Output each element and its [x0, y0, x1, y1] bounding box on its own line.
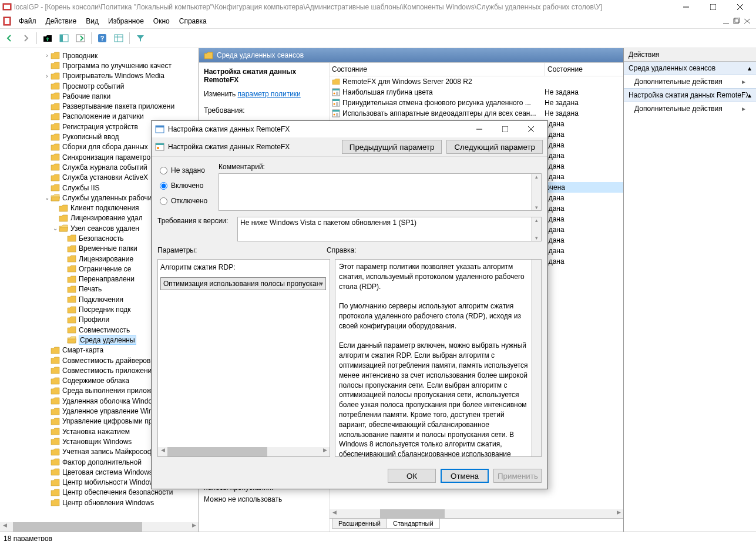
menu-fav[interactable]: Избранное [103, 16, 149, 26]
svg-rect-34 [332, 110, 340, 112]
show-hide-tree-button[interactable] [57, 31, 71, 45]
menu-window[interactable]: Окно [149, 16, 174, 26]
help-header: Справка: [327, 246, 356, 257]
svg-rect-10 [735, 18, 740, 22]
back-button[interactable] [2, 31, 16, 45]
requirements-field: Не ниже Windows Vista с пакетом обновлен… [237, 217, 542, 241]
apply-button[interactable]: Применить [493, 469, 542, 483]
chevron-down-icon: ▾ [320, 280, 323, 288]
filter-button[interactable] [133, 31, 147, 45]
actions-header: Действия [624, 48, 756, 62]
dialog-subheader: Настройка сжатия данных RemoteFX Предыду… [152, 137, 547, 157]
policy-name: Настройка сжатия данных RemoteFX [204, 68, 324, 84]
up-folder-button[interactable] [41, 31, 55, 45]
mdi-minimize-icon[interactable] [722, 18, 730, 25]
app-icon [2, 2, 12, 12]
tab-extended[interactable]: Расширенный [332, 519, 387, 529]
menu-help[interactable]: Справка [174, 16, 211, 26]
minimize-button[interactable] [673, 0, 700, 14]
dialog-buttons: ОК Отмена Применить [152, 463, 547, 489]
comment-label: Комментарий: [219, 163, 542, 171]
req-scrollbar[interactable]: ▴▾ [531, 217, 541, 241]
svg-rect-22 [332, 89, 340, 90]
radio-not-configured[interactable]: Не задано [160, 166, 213, 174]
edit-policy-link[interactable]: параметр политики [237, 90, 300, 98]
actions-group-1-label: Среда удаленных сеансов [629, 64, 715, 72]
dialog-minimize-button[interactable] [466, 121, 492, 137]
dialog-close-button[interactable] [518, 121, 544, 137]
menu-file[interactable]: Файл [14, 16, 41, 26]
requirements-version-label: Требования к версии: [157, 217, 231, 225]
col-state-1[interactable]: Состояние [330, 63, 545, 76]
list-item[interactable]: Принудительная отмена фонового рисунка у… [330, 98, 623, 108]
list-item[interactable]: Использовать аппаратные видеоадаптеры дл… [330, 108, 623, 119]
dialog-subtitle: Настройка сжатия данных RemoteFX [168, 143, 342, 151]
cancel-button[interactable]: Отмена [441, 469, 489, 483]
tree-node[interactable]: ›Проигрыватель Windows Media [0, 71, 199, 81]
collapse-icon: ▴ [748, 91, 751, 99]
mdi-close-icon[interactable] [743, 18, 751, 25]
svg-point-23 [334, 93, 335, 95]
status-text: 18 параметров [4, 535, 52, 541]
policy-icon [155, 142, 164, 152]
maximize-button[interactable] [700, 0, 727, 14]
comment-scrollbar[interactable]: ▴▾ [531, 174, 541, 210]
radio-disabled[interactable]: Отключено [160, 197, 213, 205]
svg-point-47 [157, 147, 159, 149]
help-scrollbar[interactable] [531, 260, 541, 456]
actions-item-2[interactable]: Дополнительные действия ▸ [624, 102, 756, 115]
algorithm-dropdown[interactable]: Оптимизация использования полосы пропуск… [160, 277, 326, 290]
tree-node[interactable]: ›Проводник [0, 51, 199, 61]
params-header: Параметры: [157, 246, 327, 257]
svg-rect-7 [5, 18, 9, 24]
tab-standard[interactable]: Стандартный [387, 519, 440, 529]
comment-field[interactable]: ▴▾ [219, 173, 542, 211]
list-item[interactable]: Наибольшая глубина цветаНе задана [330, 87, 623, 98]
menu-action[interactable]: Действие [41, 16, 82, 26]
list-h-scrollbar[interactable]: ◀ ▶ [330, 509, 623, 519]
details-title: Среда удаленных сеансов [217, 51, 304, 59]
algorithm-value: Оптимизация использования полосы пропуск… [163, 280, 320, 288]
mdi-restore-icon[interactable] [733, 18, 741, 25]
menu-bar: Файл Действие Вид Избранное Окно Справка [0, 14, 756, 29]
actions-group-2[interactable]: Настройка сжатия данных RemoteFX ▴ [624, 88, 756, 102]
ok-button[interactable]: ОК [388, 469, 436, 483]
radio-enabled[interactable]: Включено [160, 182, 213, 190]
next-setting-button[interactable]: Следующий параметр [446, 140, 543, 154]
prev-setting-button[interactable]: Предыдущий параметр [342, 140, 442, 154]
forward-button[interactable] [19, 31, 33, 45]
svg-rect-42 [502, 126, 508, 132]
tree-node[interactable]: Рабочие папки [0, 91, 199, 101]
actions-panel: Действия Среда удаленных сеансов ▴ Допол… [624, 48, 756, 532]
list-item[interactable]: RemoteFX для Windows Server 2008 R2 [330, 76, 623, 87]
params-h-scrollbar[interactable]: ◀ ▶ [158, 447, 330, 456]
export-button[interactable] [73, 31, 88, 45]
tree-node[interactable]: Центр обновления Windows [0, 498, 199, 508]
properties-button[interactable] [112, 31, 126, 45]
help-box: Этот параметр политики позволяет указать… [335, 259, 542, 457]
close-button[interactable] [727, 0, 754, 14]
desc-line-2: Можно не использовать [204, 495, 282, 503]
actions-item-1[interactable]: Дополнительные действия ▸ [624, 75, 756, 88]
menu-view[interactable]: Вид [81, 16, 103, 26]
view-tabs: Расширенный Стандартный [330, 518, 623, 532]
actions-group-1[interactable]: Среда удаленных сеансов ▴ [624, 62, 756, 75]
svg-rect-14 [60, 35, 63, 42]
tree-node[interactable]: Просмотр событий [0, 81, 199, 91]
state-radios: Не задано Включено Отключено [157, 163, 213, 211]
col-state-2[interactable]: Состояние [545, 63, 623, 76]
title-bar: localGP - [Корень консоли\Политика "Лока… [0, 0, 756, 14]
tree-h-scrollbar[interactable]: ◀ ▶ [0, 522, 199, 532]
list-columns[interactable]: Состояние Состояние [330, 63, 623, 76]
svg-rect-1 [4, 5, 10, 9]
dialog-maximize-button[interactable] [492, 121, 518, 137]
dialog-icon [155, 125, 164, 134]
tree-node[interactable]: Развертывание пакета приложени [0, 101, 199, 111]
svg-rect-9 [734, 19, 738, 23]
actions-group-2-label: Настройка сжатия данных RemoteFX [629, 91, 748, 99]
doc-icon [2, 16, 12, 26]
svg-rect-46 [156, 143, 164, 145]
tree-node[interactable]: Программа по улучшению качест [0, 61, 199, 70]
collapse-icon: ▴ [748, 64, 751, 72]
help-button[interactable]: ? [95, 31, 109, 45]
